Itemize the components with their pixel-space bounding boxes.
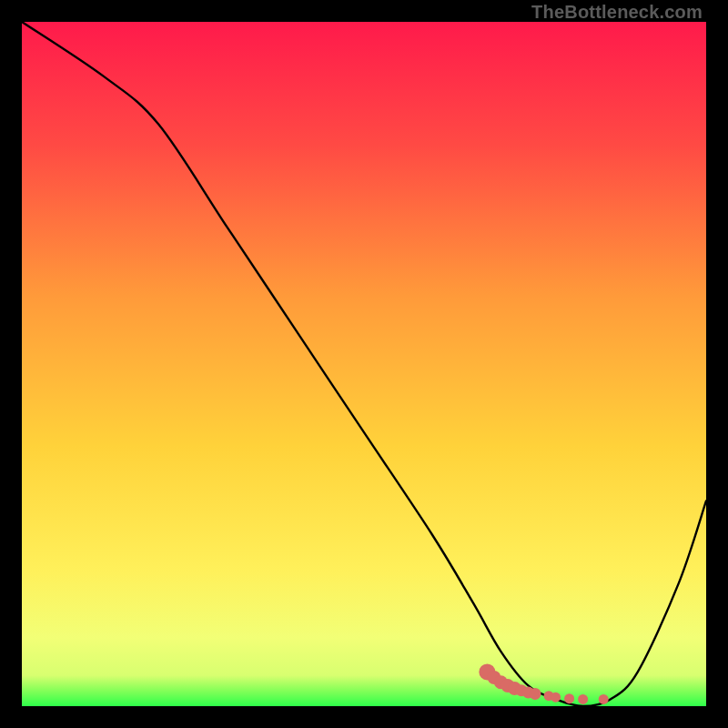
highlight-dot xyxy=(551,693,561,703)
watermark-text: TheBottleneck.com xyxy=(531,2,703,23)
highlight-dot xyxy=(578,694,588,704)
chart-frame xyxy=(22,22,706,706)
highlight-dot xyxy=(564,693,574,703)
highlight-dot xyxy=(599,694,609,704)
bottleneck-chart xyxy=(22,22,706,706)
highlight-dot xyxy=(530,688,541,700)
gradient-background xyxy=(22,22,706,706)
